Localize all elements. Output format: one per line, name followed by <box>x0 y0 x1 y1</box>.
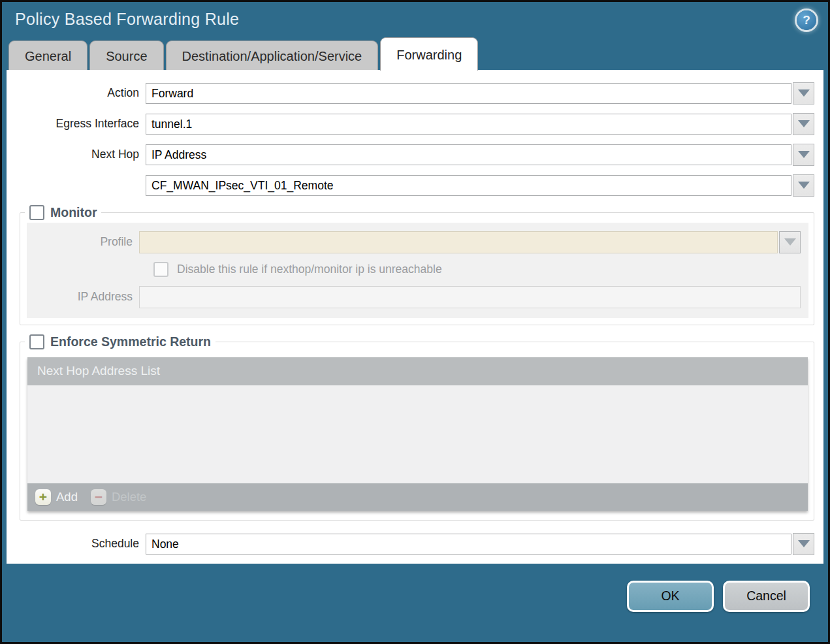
tab-bar: General Source Destination/Application/S… <box>8 37 828 70</box>
next-hop-row: Next Hop IP Address <box>7 144 814 166</box>
profile-row: Profile <box>27 231 801 253</box>
cancel-button[interactable]: Cancel <box>723 581 810 612</box>
monitor-label: Monitor <box>50 205 97 220</box>
tab-content-forwarding: Action Forward Egress Interface tunnel.1… <box>7 70 823 564</box>
add-button[interactable]: + Add <box>35 489 78 505</box>
tab-source[interactable]: Source <box>89 40 163 70</box>
monitor-ip-address-label: IP Address <box>27 290 139 304</box>
monitor-ip-address-input[interactable] <box>139 286 801 308</box>
schedule-dropdown-button[interactable] <box>793 533 814 555</box>
disable-rule-checkbox[interactable] <box>153 262 168 277</box>
schedule-select[interactable]: None <box>146 534 791 555</box>
schedule-row: Schedule None <box>7 533 814 555</box>
next-hop-address-list-header: Next Hop Address List <box>37 364 160 378</box>
tab-forwarding[interactable]: Forwarding <box>380 37 478 71</box>
monitor-ip-address-row: IP Address <box>27 286 801 308</box>
monitor-legend: Monitor <box>25 205 101 220</box>
action-dropdown-button[interactable] <box>793 82 814 105</box>
disable-rule-row: Disable this rule if nexthop/monitor ip … <box>153 262 808 277</box>
chevron-down-icon <box>784 238 796 246</box>
action-select[interactable]: Forward <box>146 83 791 104</box>
minus-icon: − <box>91 489 106 505</box>
add-button-label: Add <box>56 490 78 504</box>
egress-interface-select[interactable]: tunnel.1 <box>146 114 791 135</box>
schedule-label: Schedule <box>7 537 146 551</box>
monitor-group: Monitor Profile Disable this rule if nex… <box>20 205 814 325</box>
enforce-symmetric-return-group: Enforce Symmetric Return Next Hop Addres… <box>20 334 814 521</box>
next-hop-dropdown-button[interactable] <box>793 144 814 166</box>
tab-destination-application-service[interactable]: Destination/Application/Service <box>166 40 379 70</box>
dialog-title: Policy Based Forwarding Rule <box>15 10 239 29</box>
chevron-down-icon <box>798 120 810 127</box>
enforce-symmetric-return-label: Enforce Symmetric Return <box>50 334 211 349</box>
next-hop-type-select[interactable]: IP Address <box>146 144 791 165</box>
dialog-titlebar: Policy Based Forwarding Rule <box>2 2 828 37</box>
egress-interface-dropdown-button[interactable] <box>793 113 814 135</box>
next-hop-address-list-table: Next Hop Address List + Add − Delete <box>27 357 808 511</box>
egress-interface-row: Egress Interface tunnel.1 <box>7 113 814 135</box>
monitor-checkbox[interactable] <box>29 205 44 220</box>
table-toolbar: + Add − Delete <box>27 483 808 511</box>
next-hop-address-row: CF_MWAN_IPsec_VTI_01_Remote <box>7 174 814 197</box>
chevron-down-icon <box>798 182 810 189</box>
action-row: Action Forward <box>7 82 814 105</box>
action-label: Action <box>7 86 146 100</box>
pbf-rule-dialog: Policy Based Forwarding Rule ? General S… <box>0 0 830 644</box>
next-hop-label: Next Hop <box>7 148 146 161</box>
next-hop-address-select[interactable]: CF_MWAN_IPsec_VTI_01_Remote <box>146 175 791 196</box>
delete-button-label: Delete <box>112 490 146 504</box>
table-header-row: Next Hop Address List <box>27 357 808 385</box>
next-hop-address-dropdown-button[interactable] <box>793 174 814 197</box>
help-icon[interactable]: ? <box>797 10 816 30</box>
plus-icon: + <box>35 489 51 505</box>
profile-select[interactable] <box>139 231 778 253</box>
dialog-footer: OK Cancel <box>2 564 828 642</box>
delete-button[interactable]: − Delete <box>91 489 146 505</box>
ok-button[interactable]: OK <box>627 581 714 612</box>
chevron-down-icon <box>798 540 810 547</box>
table-body-empty[interactable] <box>27 385 808 483</box>
enforce-symmetric-return-checkbox[interactable] <box>29 334 44 349</box>
egress-interface-label: Egress Interface <box>7 117 146 131</box>
disable-rule-label: Disable this rule if nexthop/monitor ip … <box>177 263 442 276</box>
profile-dropdown-button[interactable] <box>779 231 801 253</box>
tab-general[interactable]: General <box>8 40 88 70</box>
enforce-symmetric-return-legend: Enforce Symmetric Return <box>25 334 215 349</box>
chevron-down-icon <box>798 151 810 158</box>
monitor-panel: Profile Disable this rule if nexthop/mon… <box>27 223 808 318</box>
profile-label: Profile <box>27 235 139 249</box>
chevron-down-icon <box>798 89 810 97</box>
